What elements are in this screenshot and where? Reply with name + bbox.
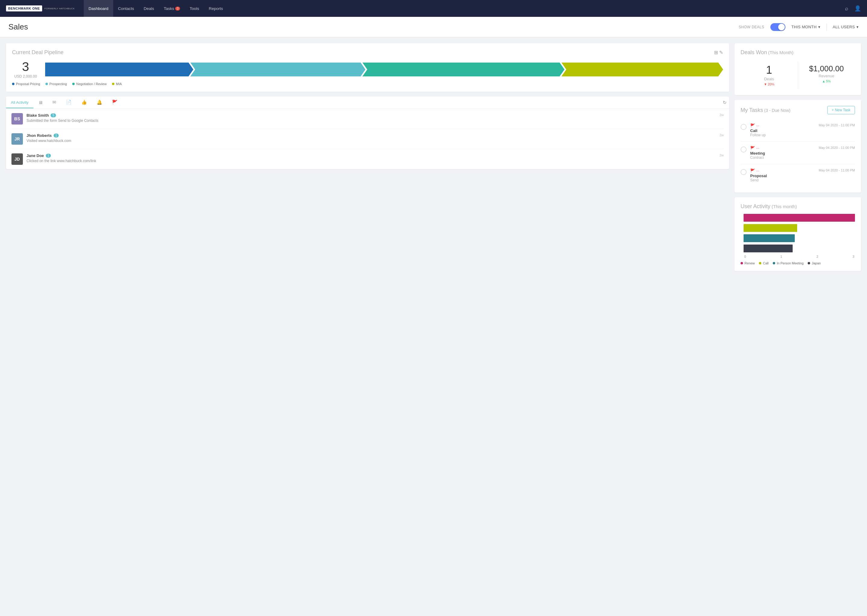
arrow-prospecting[interactable] xyxy=(190,63,366,76)
header-controls: SHOW DEALS THIS MONTH ▾ ALL USERS ▾ xyxy=(739,23,859,31)
legend-dot-meeting xyxy=(773,262,775,264)
nav-deals[interactable]: Deals xyxy=(139,0,159,17)
tab-flag[interactable]: 🚩 xyxy=(107,97,123,108)
task-name-call[interactable]: Call xyxy=(750,129,815,133)
deals-won-card: Deals Won (This Month) 1 Deals ▼ 20% $1,… xyxy=(735,43,861,95)
activity-name-jhon[interactable]: Jhon Roberts xyxy=(27,133,52,138)
show-deals-label: SHOW DEALS xyxy=(739,25,765,29)
nav-tasks[interactable]: Tasks 0 xyxy=(159,0,185,17)
activity-item-jane: JD Jane Doe 1 Clicked on the link www.ha… xyxy=(11,149,724,169)
activity-time-jhon: 2w xyxy=(719,133,724,137)
legend-negotiation: Negotiation / Review xyxy=(72,82,107,86)
arrow-proposal[interactable] xyxy=(45,63,193,76)
bar-row-call xyxy=(744,224,855,232)
task-checkbox-call[interactable] xyxy=(741,124,747,130)
avatar-jhon[interactable]: JR xyxy=(11,133,23,145)
revenue-label: Revenue xyxy=(801,74,852,78)
user-activity-card: User Activity (This month) xyxy=(735,197,861,271)
tab-like[interactable]: 👍 xyxy=(76,97,92,108)
task-sub-meeting: Contract xyxy=(750,156,815,160)
tab-screen[interactable]: 🖥 xyxy=(33,97,47,108)
revenue-amount: $1,000.00 xyxy=(801,64,852,72)
navbar: BENCHMARK ONE FORMERLY HATCHBUCK Dashboa… xyxy=(0,0,867,17)
activity-info-blake: Blake Smith 5 Submitted the form Send to… xyxy=(27,113,716,123)
page-header: Sales SHOW DEALS THIS MONTH ▾ ALL USERS … xyxy=(0,17,867,37)
bar-meeting xyxy=(744,234,795,242)
activity-item-jhon: JR Jhon Roberts 1 Visited www.hatchbuck.… xyxy=(11,129,724,149)
nav-contacts[interactable]: Contacts xyxy=(113,0,139,17)
bar-renew xyxy=(744,214,855,222)
pipeline-title: Current Deal Pipeline xyxy=(12,49,63,56)
new-task-button[interactable]: + New Task xyxy=(827,106,855,114)
legend-prospecting: Prospecting xyxy=(46,82,67,86)
nav-right: ⌕ 👤 xyxy=(845,5,861,12)
legend-mia: MIA xyxy=(112,82,122,86)
nav-reports[interactable]: Reports xyxy=(204,0,228,17)
task-flag-meeting: 🚩 ··· xyxy=(750,146,815,150)
activity-list: BS Blake Smith 5 Submitted the form Send… xyxy=(6,109,729,169)
tasks-badge: 0 xyxy=(175,6,180,11)
bar-row-japan xyxy=(744,245,855,252)
main-layout: Current Deal Pipeline ⊞ ✎ 3 USD 2,000.00 xyxy=(0,37,867,616)
logo[interactable]: BENCHMARK ONE FORMERLY HATCHBUCK xyxy=(6,5,75,11)
task-info-meeting: 🚩 ··· Meeting Contract xyxy=(750,146,815,160)
pipeline-card: Current Deal Pipeline ⊞ ✎ 3 USD 2,000.00 xyxy=(6,43,729,92)
deals-label: Deals xyxy=(744,77,795,81)
legend-in-person-meeting: In Person Meeting xyxy=(773,261,804,265)
legend-dot-mia xyxy=(112,83,114,85)
arrow-mia[interactable] xyxy=(561,63,723,76)
deals-change: ▼ 20% xyxy=(744,82,795,86)
tab-document[interactable]: 📄 xyxy=(61,97,76,108)
legend-proposal: Proposal Pricing xyxy=(12,82,40,86)
tab-email[interactable]: ✉ xyxy=(47,97,61,108)
activity-card: All Activity 🖥 ✉ 📄 👍 🔔 🚩 xyxy=(6,97,729,169)
task-checkbox-proposal[interactable] xyxy=(741,169,747,175)
task-item-proposal: 🚩 ··· Proposal Send May 04 2020 - 11:00 … xyxy=(741,164,855,187)
left-panel: Current Deal Pipeline ⊞ ✎ 3 USD 2,000.00 xyxy=(6,43,729,614)
logo-formerly: FORMERLY HATCHBUCK xyxy=(44,7,75,10)
task-checkbox-meeting[interactable] xyxy=(741,146,747,152)
avatar-blake[interactable]: BS xyxy=(11,113,23,124)
user-icon[interactable]: 👤 xyxy=(854,5,861,12)
nav-dashboard[interactable]: Dashboard xyxy=(84,0,113,17)
page-title: Sales xyxy=(8,22,739,31)
tab-all-activity[interactable]: All Activity xyxy=(6,97,33,108)
this-month-dropdown[interactable]: THIS MONTH ▾ xyxy=(791,25,820,29)
nav-links: Dashboard Contacts Deals Tasks 0 Tools R… xyxy=(84,0,845,17)
task-date-call: May 04 2020 - 11:00 PM xyxy=(819,123,855,127)
user-activity-header: User Activity (This month) xyxy=(741,203,855,210)
nav-tools[interactable]: Tools xyxy=(185,0,204,17)
x-label-0: 0 xyxy=(744,255,746,258)
activity-name-jane[interactable]: Jane Doe xyxy=(27,153,44,158)
task-item-call: 🚩 ··· Call Follow up May 04 2020 - 11:00… xyxy=(741,119,855,141)
activity-time-jane: 2w xyxy=(719,153,724,157)
search-icon[interactable]: ⌕ xyxy=(845,5,848,12)
all-users-dropdown[interactable]: ALL USERS ▾ xyxy=(833,25,859,29)
show-deals-toggle[interactable] xyxy=(770,23,785,31)
task-sub-call: Follow up xyxy=(750,133,815,137)
chevron-down-icon-2: ▾ xyxy=(856,25,859,29)
pipeline-header: Current Deal Pipeline ⊞ ✎ xyxy=(12,49,723,56)
legend-dot-call xyxy=(759,262,761,264)
pipeline-view-icon[interactable]: ⊞ ✎ xyxy=(714,50,723,55)
legend-dot-negotiation xyxy=(72,83,75,85)
legend-dot-japan xyxy=(808,262,810,264)
toggle-knob xyxy=(778,24,785,30)
avatar-jane[interactable]: JD xyxy=(11,153,23,165)
task-date-proposal: May 04 2020 - 11:00 PM xyxy=(819,168,855,172)
logo-benchmark: BENCHMARK ONE xyxy=(8,6,40,10)
pipeline-count: 3 xyxy=(12,60,39,73)
chart-container: 0 1 2 3 xyxy=(741,214,855,258)
task-date-meeting: May 04 2020 - 11:00 PM xyxy=(819,146,855,149)
legend-dot-prospecting xyxy=(46,83,48,85)
task-name-proposal[interactable]: Proposal xyxy=(750,174,815,178)
tab-bell[interactable]: 🔔 xyxy=(92,97,107,108)
arrow-negotiation[interactable] xyxy=(363,63,564,76)
activity-info-jhon: Jhon Roberts 1 Visited www.hatchbuck.com xyxy=(27,133,716,143)
activity-badge-blake: 5 xyxy=(50,113,56,117)
chevron-down-icon: ▾ xyxy=(818,25,820,29)
activity-time-blake: 2w xyxy=(719,113,724,117)
task-name-meeting[interactable]: Meeting xyxy=(750,151,815,156)
activity-name-blake[interactable]: Blake Smith xyxy=(27,113,49,118)
refresh-button[interactable]: ↻ xyxy=(720,97,729,108)
